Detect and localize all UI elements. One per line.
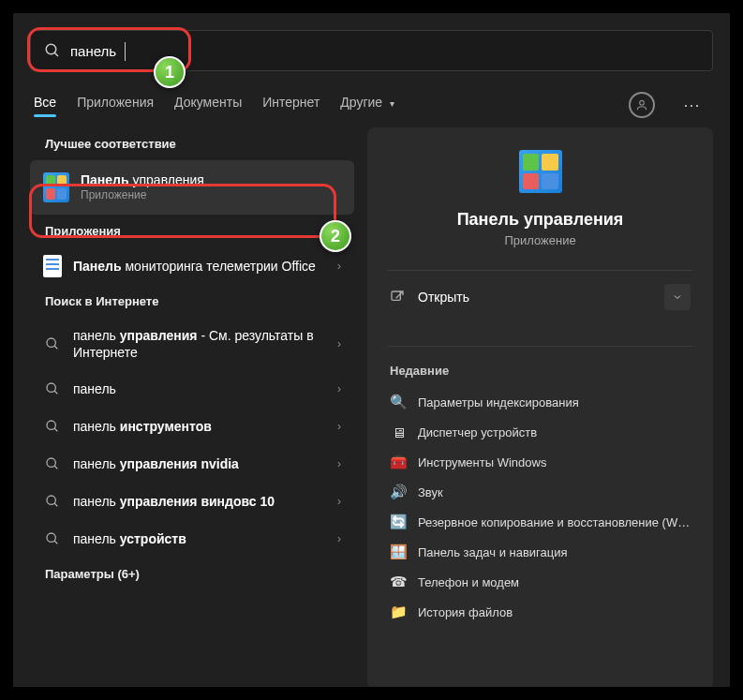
recent-label: Панель задач и навигация: [418, 545, 568, 559]
control-panel-icon: [43, 174, 69, 201]
more-options-button[interactable]: ⋯: [676, 95, 709, 115]
svg-point-13: [47, 533, 55, 542]
svg-line-4: [54, 346, 57, 349]
action-open[interactable]: Открыть: [388, 271, 692, 323]
indexing-icon: 🔍: [390, 394, 407, 410]
section-web: Поиск в Интернете: [30, 285, 354, 318]
recent-label: Инструменты Windows: [418, 455, 546, 469]
action-label: Открыть: [418, 290, 469, 305]
svg-point-9: [47, 458, 55, 467]
svg-line-14: [54, 541, 57, 544]
svg-point-11: [47, 496, 55, 504]
search-icon: [43, 335, 62, 353]
recent-label: Телефон и модем: [418, 575, 519, 589]
result-control-panel[interactable]: Панель управления Приложение: [30, 160, 354, 215]
result-label: панель управления виндовс 10: [73, 493, 326, 510]
preview-subtitle: Приложение: [388, 233, 692, 247]
preview-pane: Панель управления Приложение Открыть Нед…: [367, 127, 713, 687]
divider: [388, 346, 692, 347]
svg-line-8: [54, 428, 57, 431]
result-label: панель управления nvidia: [73, 455, 326, 472]
result-label: Панель мониторинга телеметрии Office: [73, 258, 326, 275]
tab-documents[interactable]: Документы: [174, 95, 242, 115]
chevron-right-icon: ›: [337, 457, 341, 470]
result-web-0[interactable]: панель управления - См. результаты в Инт…: [30, 318, 354, 370]
tab-more[interactable]: Другие ▾: [340, 95, 394, 115]
search-icon: [43, 417, 62, 436]
section-apps: Приложения: [30, 215, 354, 247]
result-label: панель устройств: [73, 530, 326, 547]
phone-icon: ☎: [390, 573, 407, 590]
backup-icon: 🔄: [390, 514, 407, 530]
tab-all[interactable]: Все: [34, 95, 56, 115]
chevron-right-icon: ›: [337, 420, 341, 433]
recent-backup[interactable]: 🔄Резервное копирование и восстановление …: [388, 507, 692, 537]
svg-line-10: [54, 466, 57, 469]
recent-label: Резервное копирование и восстановление (…: [418, 515, 691, 529]
tab-more-label: Другие: [340, 95, 382, 110]
svg-point-2: [640, 100, 645, 105]
search-icon: [44, 42, 61, 59]
search-icon: [43, 492, 62, 511]
svg-point-5: [47, 383, 55, 392]
result-web-2[interactable]: панель инструментов ›: [30, 408, 354, 445]
chevron-right-icon: ›: [337, 260, 341, 273]
recent-label: Звук: [418, 485, 443, 499]
tab-apps[interactable]: Приложения: [77, 95, 154, 115]
chevron-right-icon: ›: [337, 382, 341, 395]
svg-line-1: [54, 52, 58, 56]
filter-tabs: Все Приложения Документы Интернет Другие…: [13, 71, 730, 127]
recent-header: Недавние: [390, 364, 692, 378]
svg-point-3: [47, 338, 55, 347]
start-search-window: Все Приложения Документы Интернет Другие…: [13, 13, 730, 687]
result-label: панель управления - См. результаты в Инт…: [73, 327, 326, 361]
search-icon: [43, 454, 62, 473]
recent-sound[interactable]: 🔊Звук: [388, 477, 692, 507]
result-label: панель: [73, 380, 326, 397]
recent-device-manager[interactable]: 🖥Диспетчер устройств: [388, 417, 692, 447]
text-cursor: [125, 42, 126, 61]
recent-phone-modem[interactable]: ☎Телефон и модем: [388, 567, 692, 597]
svg-point-0: [46, 44, 56, 54]
section-best-match: Лучшее соответствие: [30, 127, 354, 160]
search-input[interactable]: [70, 43, 699, 59]
chevron-right-icon: ›: [337, 532, 341, 545]
chevron-right-icon: ›: [337, 495, 341, 508]
open-icon: [390, 290, 405, 305]
recent-label: Параметры индексирования: [418, 395, 579, 410]
search-icon: [43, 380, 62, 398]
preview-app-icon: [388, 150, 692, 193]
device-manager-icon: 🖥: [390, 424, 407, 440]
expand-button[interactable]: [664, 284, 691, 310]
chevron-down-icon: ▾: [390, 98, 394, 109]
result-web-3[interactable]: панель управления nvidia ›: [30, 445, 354, 483]
result-web-5[interactable]: панель устройств ›: [30, 520, 354, 558]
result-web-1[interactable]: панель ›: [30, 370, 354, 408]
taskbar-icon: 🪟: [390, 544, 407, 560]
file-history-icon: 📁: [390, 603, 407, 620]
tab-web[interactable]: Интернет: [262, 95, 319, 115]
recent-windows-tools[interactable]: 🧰Инструменты Windows: [388, 447, 692, 477]
svg-line-12: [54, 503, 57, 506]
search-bar[interactable]: [30, 30, 713, 71]
recent-label: История файлов: [418, 605, 513, 619]
account-button[interactable]: [629, 92, 655, 118]
search-icon: [43, 529, 62, 548]
results-column: Лучшее соответствие Панель управления Пр…: [30, 127, 354, 687]
svg-point-7: [47, 421, 55, 429]
svg-line-6: [54, 391, 57, 394]
chevron-right-icon: ›: [337, 337, 341, 350]
recent-label: Диспетчер устройств: [418, 425, 537, 439]
recent-indexing[interactable]: 🔍Параметры индексирования: [388, 387, 692, 417]
result-app-office-telemetry[interactable]: Панель мониторинга телеметрии Office ›: [30, 247, 354, 285]
recent-file-history[interactable]: 📁История файлов: [388, 597, 692, 627]
tools-icon: 🧰: [390, 454, 407, 470]
result-label: панель инструментов: [73, 418, 326, 435]
document-icon: [43, 257, 62, 276]
preview-title: Панель управления: [388, 210, 692, 230]
recent-taskbar[interactable]: 🪟Панель задач и навигация: [388, 537, 692, 567]
section-settings[interactable]: Параметры (6+): [30, 558, 354, 590]
result-label: Панель управления: [81, 171, 341, 188]
result-sublabel: Приложение: [81, 188, 341, 203]
result-web-4[interactable]: панель управления виндовс 10 ›: [30, 483, 354, 520]
